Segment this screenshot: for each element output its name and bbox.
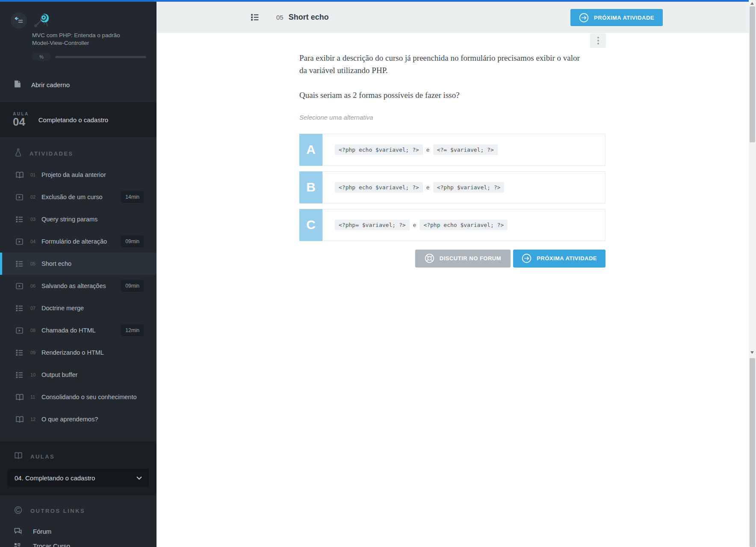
activity-item-10[interactable]: 10 Output buffer <box>0 364 157 386</box>
duration-badge: 12min <box>121 324 144 336</box>
duration-badge: 14min <box>121 191 144 203</box>
alternative-b[interactable]: B <?php echo $variavel; ?> e <?php $vari… <box>299 171 605 203</box>
sidebar-course-header: MVC com PHP: Entenda o padrão Model-View… <box>0 2 157 61</box>
activity-number: 11 <box>30 394 38 400</box>
activity-item-06[interactable]: 06 Salvando as alterações 09min <box>0 275 157 297</box>
activity-label: Exclusão de um curso <box>41 194 103 200</box>
list-icon <box>15 260 25 268</box>
arrow-right-circle-icon <box>579 13 589 23</box>
activity-number: 03 <box>30 217 38 222</box>
question-prompt: Quais seriam as 2 formas possíveis de fa… <box>299 91 605 100</box>
scrollbar-thumb[interactable] <box>750 6 755 142</box>
activity-item-05-selected[interactable]: 05 Short echo <box>0 253 157 275</box>
video-icon <box>15 238 25 245</box>
open-notebook-button[interactable]: Abrir caderno <box>0 74 157 95</box>
activity-number: 06 <box>30 283 38 288</box>
scrollbar-down-arrow[interactable] <box>750 351 754 354</box>
flask-icon <box>15 148 22 159</box>
code-separator: e <box>413 222 416 228</box>
activity-item-11[interactable]: 11 Consolidando o seu conhecimento <box>0 386 157 408</box>
course-title: MVC com PHP: Entenda o padrão Model-View… <box>32 32 139 47</box>
duration-badge: 09min <box>121 280 144 292</box>
code-snippet: <?php $variavel; ?> <box>433 182 505 193</box>
activity-number: 07 <box>30 306 38 311</box>
question-section: Para exibir a descrição do curso já pree… <box>299 33 605 268</box>
collapse-arrow-icon <box>14 17 24 25</box>
code-separator: e <box>426 184 430 191</box>
document-icon <box>14 80 21 90</box>
alternative-letter: A <box>299 134 322 166</box>
activity-item-01[interactable]: 01 Projeto da aula anterior <box>0 164 157 186</box>
discuss-forum-label: DISCUTIR NO FORUM <box>440 255 501 262</box>
lesson-select-dropdown[interactable]: 04. Completando o cadastro <box>8 469 149 487</box>
open-book-icon <box>14 452 23 461</box>
code-snippet: <?= $variavel; ?> <box>433 144 498 155</box>
discuss-forum-button[interactable]: DISCUTIR NO FORUM <box>415 250 511 268</box>
current-lesson-banner: AULA 04 Completando o cadastro <box>0 102 157 137</box>
alternatives-list: A <?php echo $variavel; ?> e <?= $variav… <box>299 134 605 241</box>
aulas-section: AULAS 04. Completando o cadastro <box>0 441 157 495</box>
book-icon <box>15 416 25 423</box>
course-sidebar: MVC com PHP: Entenda o padrão Model-View… <box>0 0 157 547</box>
top-accent-bar <box>0 0 756 2</box>
activity-label: Query string params <box>41 216 97 223</box>
chat-icon <box>14 528 24 535</box>
activities-list: 01 Projeto da aula anterior 02 Exclusão … <box>0 164 157 430</box>
book-icon <box>15 394 25 401</box>
alternative-letter: B <box>299 171 322 203</box>
next-activity-button-bottom[interactable]: PRÓXIMA ATIVIDADE <box>513 250 605 268</box>
code-snippet: <?php echo $variavel; ?> <box>419 220 508 230</box>
forum-ring-icon <box>425 253 434 263</box>
code-snippet: <?php= $variavel; ?> <box>335 220 410 230</box>
video-icon <box>15 194 25 201</box>
activity-item-02[interactable]: 02 Exclusão de um curso 14min <box>0 186 157 208</box>
select-alternative-hint: Selecione uma alternativa <box>299 114 605 121</box>
activity-label: Output buffer <box>41 371 77 378</box>
change-course-link[interactable]: Trocar Curso <box>0 538 157 547</box>
activity-number: 09 <box>30 350 38 355</box>
activity-number: 12 <box>30 417 38 422</box>
video-icon <box>15 282 25 290</box>
activity-label: Salvando as alterações <box>41 282 106 289</box>
duration-badge: 09min <box>121 235 144 247</box>
activity-label: Formulário de alteração <box>41 238 107 245</box>
aulas-header: AULAS <box>30 453 55 460</box>
list-icon <box>15 305 25 312</box>
activity-item-08[interactable]: 08 Chamada do HTML 12min <box>0 319 157 341</box>
collapse-sidebar-button[interactable] <box>11 12 27 29</box>
vertical-scrollbar[interactable] <box>749 0 756 547</box>
next-activity-button-top[interactable]: PRÓXIMA ATIVIDADE <box>570 9 663 26</box>
activities-section: ATIVIDADES 01 Projeto da aula anterior 0… <box>0 137 157 430</box>
activity-item-12[interactable]: 12 O que aprendemos? <box>0 408 157 430</box>
lesson-number: 04 <box>13 116 29 128</box>
alternative-c[interactable]: C <?php= $variavel; ?> e <?php echo $var… <box>299 209 605 241</box>
more-options-menu[interactable] <box>590 33 606 48</box>
next-activity-label: PRÓXIMA ATIVIDADE <box>594 15 654 21</box>
list-icon <box>15 371 25 379</box>
activity-number: 02 <box>30 194 38 200</box>
scrollbar-up-arrow[interactable] <box>750 2 754 5</box>
code-separator: e <box>426 147 430 153</box>
activity-item-03[interactable]: 03 Query string params <box>0 208 157 230</box>
activity-item-07[interactable]: 07 Doctrine merge <box>0 297 157 319</box>
activity-number: 08 <box>30 328 38 333</box>
activity-item-09[interactable]: 09 Renderizando o HTML <box>0 341 157 364</box>
list-icon <box>15 216 25 223</box>
lesson-select-value: 04. Completando o cadastro <box>15 474 136 482</box>
forum-link[interactable]: Fórum <box>0 524 157 538</box>
activity-item-04[interactable]: 04 Formulário de alteração 09min <box>0 230 157 253</box>
activity-number: 10 <box>30 372 38 377</box>
arrow-right-circle-icon <box>522 253 532 263</box>
activity-list-icon <box>250 13 259 21</box>
list-icon <box>15 349 25 356</box>
activity-label: Short echo <box>41 260 71 267</box>
activity-header: 05 Short echo PRÓXIMA ATIVIDADE <box>157 2 756 33</box>
scrollbar-thumb-lower[interactable] <box>750 358 755 547</box>
next-activity-label: PRÓXIMA ATIVIDADE <box>537 255 597 262</box>
progress-percent-badge: % <box>32 53 51 61</box>
grid-icon <box>14 543 24 547</box>
alternative-letter: C <box>299 209 322 241</box>
activity-label: Chamada do HTML <box>41 327 96 334</box>
alternative-a[interactable]: A <?php echo $variavel; ?> e <?= $variav… <box>299 134 605 166</box>
activity-label: Consolidando o seu conhecimento <box>41 394 136 400</box>
